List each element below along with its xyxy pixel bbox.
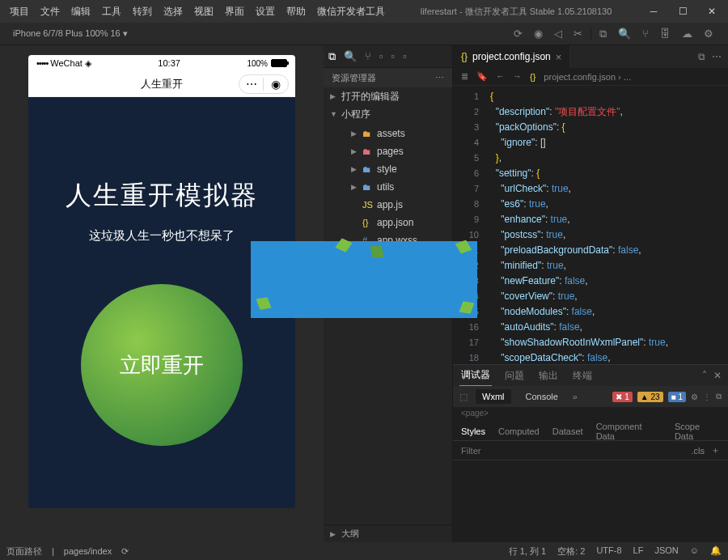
capsule-close-icon[interactable]: ◉ (264, 78, 288, 91)
git-tab-icon[interactable]: ⑂ (365, 50, 371, 62)
tab-output[interactable]: 输出 (537, 366, 560, 386)
overlay-artifact (251, 241, 477, 318)
style-tab-scope[interactable]: Scope Data (675, 422, 720, 441)
file-item[interactable]: {}app.json (324, 214, 452, 231)
explorer-tab-icon[interactable]: ⧉ (328, 50, 336, 63)
refresh-icon[interactable]: ⟳ (514, 28, 523, 40)
cut-icon[interactable]: ✂ (574, 28, 582, 40)
carrier-label: WeChat (50, 58, 83, 68)
menu-item[interactable]: 文件 (36, 2, 65, 22)
menu-item[interactable]: 视图 (189, 2, 218, 22)
info-badge[interactable]: ■ 1 (668, 392, 686, 402)
menu-item[interactable]: 选择 (159, 2, 188, 22)
menu-item[interactable]: 编辑 (66, 2, 95, 22)
menu-item[interactable]: 微信开发者工具 (312, 2, 390, 22)
style-tab-dataset[interactable]: Dataset (552, 426, 583, 436)
page-path[interactable]: pages/index (64, 546, 112, 556)
style-tab-bar: Styles Computed Dataset Component Data S… (453, 422, 728, 441)
main-area: •••••WeChat◈ 10:37 100% 人生重开 ⋯ ◉ 人生重开模拟器… (0, 45, 728, 542)
more-icon[interactable]: ⋯ (435, 73, 444, 83)
error-badge[interactable]: ✖ 1 (612, 392, 632, 402)
capsule-button[interactable]: ⋯ ◉ (239, 74, 289, 94)
close-button[interactable]: ✕ (700, 3, 723, 19)
tab-problems[interactable]: 问题 (503, 366, 526, 386)
menu-bar: 项目文件编辑工具转到选择视图界面设置帮助微信开发者工具 (5, 2, 390, 22)
title-bar: 项目文件编辑工具转到选择视图界面设置帮助微信开发者工具 liferestart … (0, 0, 728, 23)
lang-info[interactable]: JSON (654, 545, 678, 558)
cloud-tab-icon[interactable]: ▫ (392, 50, 396, 62)
gear-icon[interactable]: ⚙ (691, 392, 698, 401)
split-icon[interactable]: ⧉ (698, 51, 705, 62)
open-editors-section[interactable]: ▶打开的编辑器 (324, 87, 452, 105)
more-actions-icon[interactable]: ⋯ (712, 51, 722, 62)
menu-item[interactable]: 工具 (97, 2, 126, 22)
menu-item[interactable]: 项目 (5, 2, 34, 22)
menu-item[interactable]: 帮助 (281, 2, 311, 22)
files-icon[interactable]: ⧉ (599, 28, 607, 40)
menu-item[interactable]: 设置 (251, 2, 280, 22)
restart-button[interactable]: 立即重开 (81, 284, 243, 446)
code-editor[interactable]: 12345678910111213141516171819 { "descrip… (453, 86, 728, 364)
nav-back-icon[interactable]: ← (496, 71, 505, 82)
chevron-up-icon[interactable]: ˄ (702, 370, 707, 381)
breadcrumb-bar: ≣ 🔖 ← → {} project.config.json › ... (453, 68, 728, 86)
signal-icon: ••••• (36, 58, 48, 68)
outline-section[interactable]: ▶大纲 (324, 524, 452, 542)
editor-area: {} project.config.json × ⧉ ⋯ ≣ 🔖 ← → {} … (453, 45, 728, 542)
folder-item[interactable]: ▶🖿pages (324, 142, 452, 160)
tab-terminal[interactable]: 终端 (571, 366, 594, 386)
kebab-icon[interactable]: ⋮ (703, 392, 711, 401)
filter-input[interactable] (461, 446, 685, 456)
maximize-button[interactable]: ☐ (671, 3, 694, 19)
nav-fwd-icon[interactable]: → (513, 71, 522, 82)
bell-icon[interactable]: 🔔 (710, 545, 722, 558)
subtab-wxml[interactable]: Wxml (476, 389, 511, 404)
dock-icon[interactable]: ⧉ (716, 392, 722, 401)
more-tabs-icon[interactable]: » (573, 392, 578, 401)
db-tab-icon[interactable]: ▫ (379, 50, 383, 62)
record-icon[interactable]: ◉ (534, 28, 543, 40)
menu-item[interactable]: 界面 (220, 2, 249, 22)
status-time: 10:37 (91, 58, 248, 68)
devtools-tab-bar: ⬚ Wxml Console » ✖ 1 ▲ 23 ■ 1 ⚙ ⋮ ⧉ (453, 386, 728, 407)
editor-tab[interactable]: {} project.config.json × (453, 45, 570, 68)
eol-info[interactable]: LF (633, 545, 644, 558)
list-icon[interactable]: ≣ (461, 71, 468, 82)
search-icon[interactable]: 🔍 (618, 28, 631, 40)
folder-item[interactable]: ▶🖿utils (324, 178, 452, 196)
minimize-button[interactable]: ─ (642, 3, 665, 19)
folder-item[interactable]: ▶🖿assets (324, 125, 452, 142)
database-icon[interactable]: 🗄 (660, 28, 671, 40)
inspect-icon[interactable]: ⬚ (459, 392, 468, 402)
style-tab-styles[interactable]: Styles (461, 426, 485, 436)
search-tab-icon[interactable]: 🔍 (344, 50, 357, 62)
cls-toggle[interactable]: .cls (692, 446, 705, 456)
sync-icon[interactable]: ⟳ (121, 546, 129, 557)
branch-icon[interactable]: ⑂ (642, 28, 649, 40)
indent-info[interactable]: 空格: 2 (557, 545, 585, 558)
panel-close-icon[interactable]: ✕ (713, 370, 722, 381)
menu-item[interactable]: 转到 (128, 2, 157, 22)
style-tab-computed[interactable]: Computed (498, 426, 540, 436)
subtab-console[interactable]: Console (519, 389, 565, 404)
capsule-menu-icon[interactable]: ⋯ (239, 78, 264, 91)
file-item[interactable]: JSapp.js (324, 196, 452, 214)
add-style-icon[interactable]: ＋ (711, 444, 720, 456)
nav-title: 人生重开 (141, 77, 183, 91)
encoding-info[interactable]: UTF-8 (596, 545, 621, 558)
tab-debugger[interactable]: 调试器 (459, 365, 492, 386)
cloud-icon[interactable]: ☁ (682, 28, 692, 40)
folder-item[interactable]: ▶🖿style (324, 160, 452, 178)
tab-close-icon[interactable]: × (556, 51, 562, 63)
project-section[interactable]: ▼小程序 (324, 105, 452, 123)
back-icon[interactable]: ◁ (554, 28, 562, 40)
feedback-icon[interactable]: ☺ (690, 545, 699, 558)
sitemap-icon[interactable]: ⚙ (704, 28, 713, 40)
warn-badge[interactable]: ▲ 23 (637, 392, 663, 402)
ext-tab-icon[interactable]: ▫ (403, 50, 407, 62)
cursor-position[interactable]: 行 1, 列 1 (509, 545, 546, 558)
bookmark-icon[interactable]: 🔖 (476, 71, 488, 82)
style-tab-component[interactable]: Component Data (596, 422, 662, 441)
breadcrumb[interactable]: project.config.json › ... (544, 72, 631, 82)
device-selector[interactable]: iPhone 6/7/8 Plus 100% 16 ▾ (6, 28, 134, 39)
